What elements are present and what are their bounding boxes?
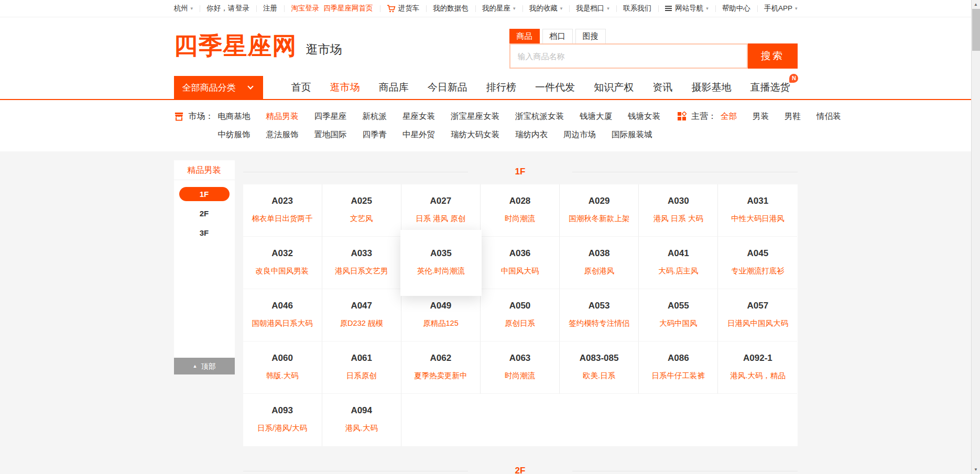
site-nav-menu[interactable]: 网站导航 ▾ — [665, 4, 709, 13]
site-logo[interactable]: 四季星座网 逛市场 — [174, 31, 342, 61]
filter-section: 市场： 电商基地 精品男装 四季星座 新杭派 星座女装 浙宝星座女装 浙宝杭派女… — [0, 100, 971, 151]
tab-image-search[interactable]: 图搜 — [575, 29, 606, 43]
main-option-menswear[interactable]: 男装 — [753, 108, 769, 145]
market-item[interactable]: 中星外贸 — [402, 127, 435, 142]
market-item[interactable]: 意法服饰 — [266, 127, 299, 142]
mobile-app-menu[interactable]: 手机APP ▾ — [764, 4, 798, 13]
market-item[interactable]: 电商基地 — [218, 108, 251, 124]
stall-desc: 时尚潮流 — [481, 371, 559, 381]
stall-cell-A053[interactable]: A053签约模特专注情侣 — [560, 289, 639, 341]
nav-ranking[interactable]: 排行榜 — [486, 81, 516, 94]
heading-line — [572, 172, 797, 172]
stall-cell-A023[interactable]: A023棉衣单日出货两千 — [243, 184, 322, 237]
stall-cell-A061[interactable]: A061日系原创 — [322, 341, 401, 394]
market-item[interactable]: 瑞纺大码女装 — [451, 127, 499, 142]
site-home-link[interactable]: 四季星座网首页 — [323, 4, 373, 13]
market-item[interactable]: 周边市场 — [563, 127, 596, 142]
register-link[interactable]: 注册 — [263, 4, 277, 13]
market-item[interactable]: 四季星座 — [314, 108, 347, 124]
scroll-down-arrow[interactable]: ▼ — [972, 465, 980, 474]
stall-cell-A031[interactable]: A031中性大码日港风 — [718, 184, 797, 237]
city-selector[interactable]: 杭州 ▾ — [174, 4, 193, 13]
stall-cell-A047[interactable]: A047原D232 靓模 — [322, 289, 401, 341]
stall-cell-A038[interactable]: A038原创港风 — [560, 237, 639, 289]
my-data-link[interactable]: 我的数据包 — [433, 4, 469, 13]
tab-stall[interactable]: 档口 — [542, 29, 573, 43]
stall-cell-A086[interactable]: A086日系牛仔工装裤 — [639, 341, 718, 394]
stall-cell-A045[interactable]: A045专业潮流打底衫 — [718, 237, 797, 289]
market-item[interactable]: 钱塘女装 — [628, 108, 660, 124]
nav-home[interactable]: 首页 — [291, 81, 311, 94]
stall-cell-A083-085[interactable]: A083-085欧美.日系 — [560, 341, 639, 394]
im-stall-menu[interactable]: 我是档口 ▾ — [576, 4, 609, 13]
all-categories-button[interactable]: 全部商品分类 — [174, 76, 263, 99]
nav-live-selection[interactable]: 直播选货 N — [750, 81, 790, 94]
contact-link[interactable]: 联系我们 — [623, 4, 651, 13]
stall-cell-A050[interactable]: A050原创日系 — [481, 289, 560, 341]
stall-cell-A029[interactable]: A029国潮秋冬新款上架 — [560, 184, 639, 237]
back-to-top-button[interactable]: ▲顶部 — [174, 358, 235, 374]
scrollbar[interactable]: ▲ ▼ — [971, 0, 980, 474]
stall-cell-A060[interactable]: A060韩版.大码 — [243, 341, 322, 394]
stall-cell-A092-1[interactable]: A092-1港风.大码，精品 — [718, 341, 797, 394]
stall-cell-A063[interactable]: A063时尚潮流 — [481, 341, 560, 394]
scrollbar-thumb[interactable] — [972, 9, 980, 51]
nav-product-library[interactable]: 商品库 — [379, 81, 409, 94]
stall-cell-A049[interactable]: A049原精品125 — [401, 289, 481, 341]
tab-product[interactable]: 商品 — [509, 29, 540, 43]
main-option-couple[interactable]: 情侣装 — [816, 108, 841, 145]
scroll-up-arrow[interactable]: ▲ — [972, 0, 980, 9]
site-nav-label: 网站导航 — [675, 4, 703, 13]
nav-photo-base[interactable]: 摄影基地 — [691, 81, 731, 94]
stall-cell-A025[interactable]: A025文艺风 — [322, 184, 401, 237]
help-link[interactable]: 帮助中心 — [722, 4, 750, 13]
market-item[interactable]: 置地国际 — [314, 127, 347, 142]
market-item[interactable]: 新杭派 — [363, 108, 387, 124]
search-input[interactable] — [509, 43, 748, 69]
market-item[interactable]: 星座女装 — [402, 108, 435, 124]
floor-item-3f[interactable]: 3F — [179, 226, 230, 240]
stall-cell-A028[interactable]: A028时尚潮流 — [481, 184, 560, 237]
main-option-all[interactable]: 全部 — [721, 108, 737, 145]
stall-cell-A032[interactable]: A032改良中国风男装 — [243, 237, 322, 289]
nav-dropshipping[interactable]: 一件代发 — [535, 81, 575, 94]
floor-heading-2f: 2F — [243, 466, 798, 474]
stall-cell-A046[interactable]: A046国朝港风日系大码 — [243, 289, 322, 341]
stall-cell-A057[interactable]: A057日港风中国风大码 — [718, 289, 797, 341]
nav-news[interactable]: 资讯 — [652, 81, 672, 94]
stall-cell-A033[interactable]: A033港风日系文艺男 — [322, 237, 401, 289]
floor-item-1f[interactable]: 1F — [179, 187, 230, 201]
stall-cell-A093[interactable]: A093日系/港风/大码 — [243, 394, 322, 446]
taobao-login-link[interactable]: 淘宝登录 — [291, 4, 319, 13]
stall-cell-A041[interactable]: A041大码.店主风 — [639, 237, 718, 289]
stall-cell-A035-hovered[interactable]: A035英伦.时尚潮流 — [401, 237, 481, 289]
market-item-active[interactable]: 精品男装 — [266, 108, 299, 124]
my-xingzuo-menu[interactable]: 我的星座 ▾ — [482, 4, 516, 13]
stall-cell-A062[interactable]: A062夏季热卖更新中 — [401, 341, 481, 394]
stall-code: A086 — [639, 353, 717, 363]
cart-link[interactable]: 进货车 — [387, 4, 420, 13]
stall-cell-A094[interactable]: A094港风.大码 — [322, 394, 401, 446]
stall-code: A046 — [243, 301, 322, 311]
market-item[interactable]: 瑞纺内衣 — [515, 127, 548, 142]
stall-cell-A027[interactable]: A027日系 港风 原创 — [401, 184, 481, 237]
floor-item-2f[interactable]: 2F — [179, 206, 230, 221]
nav-new-today[interactable]: 今日新品 — [428, 81, 467, 94]
nav-ip[interactable]: 知识产权 — [594, 81, 634, 94]
stall-desc: 日系牛仔工装裤 — [639, 371, 717, 381]
market-item[interactable]: 四季青 — [363, 127, 387, 142]
stall-cell-A055[interactable]: A055大码中国风 — [639, 289, 718, 341]
nav-market[interactable]: 逛市场 — [330, 81, 360, 94]
my-favorites-menu[interactable]: 我的收藏 ▾ — [529, 4, 563, 13]
login-link[interactable]: 登录 — [235, 4, 249, 13]
market-item[interactable]: 浙宝杭派女装 — [515, 108, 564, 124]
main-option-men-shoes[interactable]: 男鞋 — [785, 108, 801, 145]
market-item[interactable]: 国际服装城 — [612, 127, 652, 142]
market-item[interactable]: 钱塘大厦 — [580, 108, 612, 124]
market-item[interactable]: 浙宝星座女装 — [451, 108, 499, 124]
stall-cell-A030[interactable]: A030港风 日系 大码 — [639, 184, 718, 237]
search-button[interactable]: 搜索 — [748, 43, 798, 69]
stall-cell-A036[interactable]: A036中国风大码 — [481, 237, 560, 289]
market-item[interactable]: 中纺服饰 — [218, 127, 251, 142]
stall-desc: 原创日系 — [481, 318, 559, 328]
